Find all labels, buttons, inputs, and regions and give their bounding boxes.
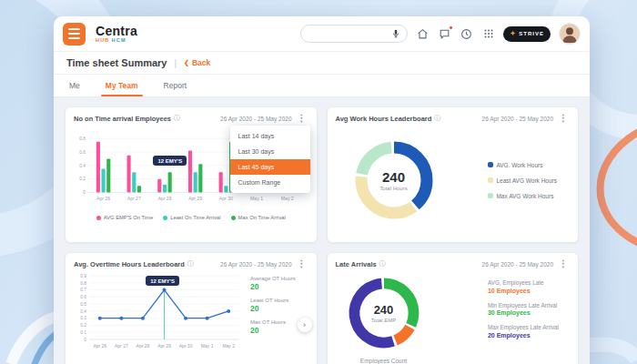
legend-item: Least AVG Work Hours xyxy=(488,177,557,184)
dashboard-content: No on Time arrival Employees ⓘ 26 Apr 20… xyxy=(54,97,590,364)
legend-item: Least On Time Arrival xyxy=(163,215,220,220)
tab-report[interactable]: Report xyxy=(164,81,187,96)
tab-me[interactable]: Me xyxy=(69,81,80,96)
stat-average-ot: Average OT Hours 20 xyxy=(250,276,296,291)
date-range: 26 Apr 2020 - 25 May 2020 xyxy=(220,116,291,122)
card-header: Late Arrivals ⓘ 26 Apr 2020 - 25 May 202… xyxy=(336,259,571,268)
info-icon[interactable]: ⓘ xyxy=(434,114,440,123)
employees-count-label: Employees Count xyxy=(360,358,407,364)
svg-text:0.9: 0.9 xyxy=(80,274,86,278)
svg-text:0.7: 0.7 xyxy=(80,288,86,292)
chevron-right-icon[interactable]: › xyxy=(298,318,312,332)
chart-legend: AVG EMP'S On Time Least On Time Arrival … xyxy=(74,215,308,220)
legend-swatch xyxy=(488,177,493,183)
svg-text:0.6: 0.6 xyxy=(80,295,86,299)
app-window: Centra HUBHCM xyxy=(54,16,590,364)
svg-text:0.5: 0.5 xyxy=(80,302,86,307)
topbar-actions: ✦ STRIVE xyxy=(300,23,581,45)
info-icon[interactable]: ⓘ xyxy=(174,114,180,123)
svg-text:0: 0 xyxy=(83,190,86,195)
kebab-menu-icon[interactable]: ⋮ xyxy=(296,114,308,123)
chat-icon[interactable] xyxy=(438,27,451,41)
legend-swatch xyxy=(488,193,493,198)
legend-entry: Min Employees Late Arrival 30 Employees xyxy=(488,302,559,317)
card-body: 00.10.20.30.40.50.60.70.80.9Apr 26Apr 27… xyxy=(74,268,308,364)
donut-chart-work-hours: 240 Total Hours xyxy=(347,133,441,228)
card-late-arrivals: Late Arrivals ⓘ 26 Apr 2020 - 25 May 202… xyxy=(327,252,580,364)
user-avatar[interactable] xyxy=(559,23,581,45)
svg-text:May 2: May 2 xyxy=(281,196,294,201)
svg-text:0.3: 0.3 xyxy=(80,316,86,320)
svg-text:Apr 27: Apr 27 xyxy=(115,343,128,349)
back-label: Back xyxy=(192,58,210,67)
svg-text:0.4: 0.4 xyxy=(79,164,86,168)
info-icon[interactable]: ⓘ xyxy=(187,259,194,268)
menu-item-last-14-days[interactable]: Last 14 days xyxy=(230,128,310,144)
card-avg-work-hours: Avg Work Hours Leaderboard ⓘ 26 Apr 2020… xyxy=(327,106,580,243)
svg-text:Apr 26: Apr 26 xyxy=(93,343,106,349)
svg-text:0.8: 0.8 xyxy=(79,136,86,141)
legend-dot xyxy=(231,216,236,220)
strive-badge-label: STRIVE xyxy=(519,31,544,36)
card-header: No on Time arrival Employees ⓘ 26 Apr 20… xyxy=(74,114,308,123)
legend-entry: AVG, Employees Late 10 Employees xyxy=(488,279,559,294)
apps-grid-icon[interactable] xyxy=(481,27,495,41)
legend-item: AVG. Work Hours xyxy=(488,162,557,168)
page-title-bar: Time sheet Summary | ❮ Back xyxy=(54,51,590,75)
avatar-silhouette xyxy=(560,24,580,44)
svg-text:0.2: 0.2 xyxy=(80,323,86,328)
tab-my-team[interactable]: My Team xyxy=(106,81,138,96)
home-icon[interactable] xyxy=(416,27,430,41)
page-title: Time sheet Summary xyxy=(66,57,167,68)
legend-item: Max AVG Work Hours xyxy=(488,193,557,199)
svg-text:0.2: 0.2 xyxy=(79,177,86,181)
logo-name: Centra xyxy=(96,25,137,37)
info-icon[interactable]: ⓘ xyxy=(379,259,386,268)
notification-dot xyxy=(449,25,453,30)
menu-item-last-45-days[interactable]: Last 45 days xyxy=(230,159,310,175)
svg-text:0.1: 0.1 xyxy=(80,330,86,335)
card-body: 240 Total Hours AVG. Work Hours Least AV… xyxy=(336,123,571,236)
card-body: 240 Total EMP Employees Count AVG, Emplo… xyxy=(336,268,571,364)
donut-chart-late-arrivals: 240 Total EMP xyxy=(341,270,427,356)
search-input[interactable] xyxy=(308,30,388,38)
svg-text:May 1: May 1 xyxy=(250,196,263,201)
svg-text:May 1: May 1 xyxy=(201,343,214,349)
date-range: 26 Apr 2020 - 25 May 2020 xyxy=(220,261,291,268)
stat-max-ot: Max OT Hours 20 xyxy=(250,319,296,335)
svg-text:0.4: 0.4 xyxy=(80,309,86,314)
logo-subtitle: HUBHCM xyxy=(96,38,137,44)
donut-legend: AVG. Work Hours Least AVG Work Hours Max… xyxy=(488,162,557,199)
clock-icon[interactable] xyxy=(460,27,473,41)
menu-item-custom-range[interactable]: Custom Range xyxy=(230,175,310,190)
card-title: No on Time arrival Employees ⓘ xyxy=(74,114,180,123)
tabs-bar: Me My Team Report xyxy=(54,75,590,97)
card-title: Late Arrivals ⓘ xyxy=(336,259,386,268)
svg-text:0.8: 0.8 xyxy=(80,281,86,286)
search-box xyxy=(300,25,408,43)
stat-least-ot: Least OT Hours 20 xyxy=(250,298,296,313)
chart-tooltip: 12 EMY'S xyxy=(146,276,179,286)
kebab-menu-icon[interactable]: ⋮ xyxy=(557,259,570,268)
svg-text:May 2: May 2 xyxy=(222,343,235,349)
date-range: 26 Apr 2020 - 25 May 2020 xyxy=(482,116,553,122)
menu-item-last-30-days[interactable]: Last 30 days xyxy=(230,144,310,159)
kebab-menu-icon[interactable]: ⋮ xyxy=(557,114,570,123)
hamburger-menu-button[interactable] xyxy=(63,23,86,46)
kebab-menu-icon[interactable]: ⋮ xyxy=(296,259,308,268)
overtime-stats: Average OT Hours 20 Least OT Hours 20 Ma… xyxy=(250,276,296,335)
date-range: 26 Apr 2020 - 25 May 2020 xyxy=(482,261,553,268)
card-overtime-hours: Avg. Overtime Hours Leaderboard ⓘ 26 Apr… xyxy=(65,252,318,364)
title-separator: | xyxy=(174,58,177,68)
app-logo: Centra HUBHCM xyxy=(96,25,137,44)
legend-swatch xyxy=(488,162,493,167)
top-bar: Centra HUBHCM xyxy=(54,16,590,51)
strive-badge[interactable]: ✦ STRIVE xyxy=(503,26,551,42)
svg-text:Apr 28: Apr 28 xyxy=(136,343,150,349)
svg-text:Apr 29: Apr 29 xyxy=(157,343,171,349)
back-button[interactable]: ❮ Back xyxy=(184,58,210,67)
svg-text:Apr 30: Apr 30 xyxy=(179,343,193,349)
late-chart-column: 240 Total EMP Employees Count xyxy=(341,270,427,364)
microphone-icon[interactable] xyxy=(391,29,400,38)
legend-item: AVG EMP'S On Time xyxy=(96,215,153,220)
